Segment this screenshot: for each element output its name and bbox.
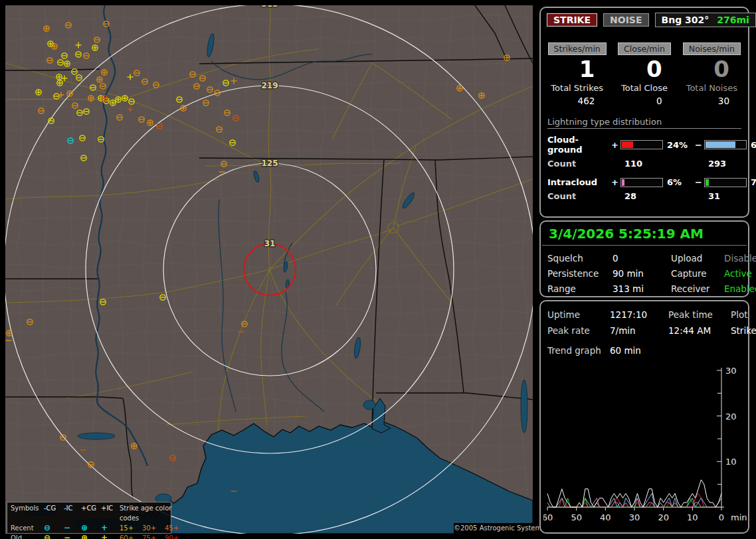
legend-col--cg: -CG	[44, 503, 64, 523]
uptime-label: Uptime	[547, 309, 610, 320]
noise-button[interactable]: NOISE	[603, 13, 648, 27]
trend-series--CG	[547, 493, 721, 507]
total-noises-label: Total Noises	[678, 83, 745, 93]
trend-series-+CG	[547, 493, 721, 507]
legend-age-header: Strike age color codes	[120, 503, 179, 523]
plot-header: Plot	[731, 309, 756, 320]
cg-pos-pct: 24%	[663, 140, 695, 150]
total-close-value: 0	[611, 96, 678, 106]
cg-pos-old-icon: ⊕	[81, 533, 101, 539]
capture-status: Active	[724, 268, 756, 279]
trend-graph: 1020306050403020100min	[543, 362, 747, 530]
ic-pos-count: 28	[620, 191, 663, 201]
trend-graph-label: Trend graph	[547, 345, 610, 356]
range-ring-label: 31	[264, 239, 276, 248]
strike-symbol-cgp	[102, 70, 107, 75]
strike-symbol-cgp	[48, 41, 53, 46]
strike-button[interactable]: STRIKE	[547, 13, 597, 27]
x-axis-unit: min	[731, 512, 747, 522]
age-code-60: 60+	[120, 533, 142, 539]
range-ring-label: 125	[261, 159, 278, 168]
cg-pos-bar	[620, 140, 663, 149]
age-code-75: 75+	[142, 533, 165, 539]
datetime-display: 3/4/2026 5:25:19 AM	[542, 222, 747, 246]
close-per-min-value: 0	[611, 56, 678, 82]
strike-symbol-cgp	[147, 120, 153, 125]
legend-col-+ic: +IC	[101, 503, 120, 523]
lightning-map[interactable]: 31321912531	[5, 5, 533, 534]
intracloud-count-row: Count 28 31	[547, 191, 741, 201]
x-tick-label: 50	[571, 512, 582, 522]
ic-neg-pct: 7%	[747, 177, 756, 187]
legend-old-label: Old	[11, 533, 44, 539]
strike-symbol-cgp	[504, 55, 510, 60]
strike-symbol-cgp	[92, 45, 98, 50]
total-strikes-label: Total Strikes	[543, 83, 611, 93]
strike-symbol-cgp	[44, 26, 49, 31]
ic-neg-count: 31	[704, 191, 747, 201]
peak-rate-label: Peak rate	[547, 325, 610, 336]
strike-symbol-cgp	[36, 90, 41, 95]
x-tick-label: 60	[543, 512, 553, 522]
minus-sign: −	[695, 140, 704, 150]
distribution-title: Lightning type distribution	[547, 117, 741, 129]
status-panel: 3/4/2026 5:25:19 AM Squelch 0 Upload Dis…	[539, 220, 749, 297]
strike-symbol-cgp	[457, 86, 462, 91]
strike-symbol-cgp	[57, 80, 62, 86]
strike-symbol-cgp	[67, 91, 72, 96]
ic-neg-old-icon: −	[64, 533, 81, 539]
cloud-ground-label: Cloud-ground	[547, 135, 611, 155]
cg-neg-recent-icon: ⊖	[44, 523, 64, 533]
peak-rate-value: 7/min	[610, 325, 668, 336]
strike-symbol-cgp	[122, 96, 128, 101]
cg-neg-old-icon: ⊖	[44, 533, 64, 539]
strike-symbol-cgp	[102, 96, 107, 101]
strike-symbol-cgp	[52, 44, 57, 49]
cg-pos-recent-icon: ⊕	[81, 523, 101, 533]
y-tick-label: 30	[725, 366, 737, 376]
close-column: Close/min 0 Total Close 0	[611, 42, 678, 106]
plus-sign: +	[611, 140, 620, 150]
bearing-value: Bng 302°	[662, 15, 709, 25]
strike-symbol-cgp	[479, 93, 484, 98]
ic-pos-bar	[620, 178, 663, 187]
strike-symbol-cgp	[7, 331, 12, 336]
strikes-per-min-value: 1	[543, 56, 611, 82]
age-code-30: 30+	[142, 523, 165, 533]
persistence-label: Persistence	[547, 268, 613, 279]
copyright-text: ©2005 Astrogenic Systems	[454, 523, 533, 534]
trend-graph-value: 60 min	[610, 345, 741, 356]
squelch-value: 0	[613, 253, 671, 264]
age-code-90: 90+	[165, 533, 179, 539]
close-per-min-label[interactable]: Close/min	[618, 42, 671, 55]
strike-symbol-cgp	[116, 97, 121, 102]
intracloud-row: Intracloud + 6% − 7%	[547, 177, 741, 187]
strike-symbol-cgp	[64, 61, 70, 66]
cg-count-label: Count	[547, 159, 611, 169]
ic-pos-old-icon: +	[101, 533, 120, 539]
legend-symbols-header: Symbols	[11, 503, 44, 523]
peak-time-header: Peak time	[668, 309, 731, 320]
ic-pos-pct: 6%	[663, 177, 695, 187]
cg-neg-bar	[704, 140, 747, 149]
cg-neg-pct: 63%	[747, 140, 756, 150]
strike-stats-panel: STRIKE NOISE Bng 302°276mi Strikes/min 1…	[539, 7, 749, 218]
upload-status: Disabled	[724, 253, 756, 264]
peak-time-value: 12:44 AM	[668, 325, 731, 336]
cloud-ground-count-row: Count 110 293	[547, 159, 741, 169]
cg-pos-count: 110	[620, 159, 663, 169]
ic-neg-recent-icon: −	[64, 523, 81, 533]
y-tick-label: 20	[725, 412, 737, 422]
strikes-per-min-label[interactable]: Strikes/min	[548, 42, 607, 55]
x-tick-label: 40	[600, 512, 611, 522]
range-label: Range	[547, 283, 613, 294]
noises-per-min-label[interactable]: Noises/min	[683, 42, 741, 55]
capture-label: Capture	[671, 268, 724, 279]
age-code-15: 15+	[120, 523, 142, 533]
cg-neg-count: 293	[704, 159, 747, 169]
legend-recent-label: Recent	[11, 523, 44, 533]
minus-sign: −	[695, 177, 704, 187]
legend-col-+cg: +CG	[81, 503, 101, 523]
bearing-distance: 276mi	[717, 15, 749, 25]
strike-symbol-cgp	[88, 96, 94, 101]
